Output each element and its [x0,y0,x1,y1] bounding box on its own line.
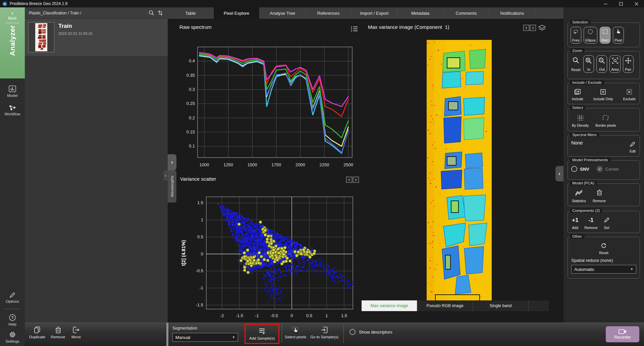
add-component-label: Add [572,226,578,230]
tab-notifications[interactable]: Notifications [489,7,535,19]
panel-splitter[interactable] [166,323,168,346]
include-button[interactable]: Include [571,87,584,102]
hyperspectral-image[interactable] [427,40,492,308]
sidebar-item-options[interactable]: Options [6,292,19,303]
recorder-button[interactable]: Recorder [606,326,639,342]
svg-text:-1.5: -1.5 [196,302,203,307]
sample-thumbnail [28,22,54,52]
exclude-icon [626,89,632,95]
sample-list-panel: Plastic_Classification / Train / Train 2… [25,7,168,323]
raw-spectrum-chart[interactable]: 10001250150017502000225025000.10.150.20.… [168,40,358,172]
pixel-select-button[interactable]: Pixel [613,27,624,44]
statistics-button[interactable]: Statistics [571,188,587,204]
rect-select-button[interactable]: Rect [600,27,610,44]
snv-radio[interactable] [571,166,577,172]
analyzer-section: ‹ Back Analyzer [0,7,25,78]
zoom-reset-button[interactable]: Reset [571,55,581,73]
sidebar-item-workflow[interactable]: Workflow [4,104,20,116]
remove-component-button[interactable]: -1 Remove [584,215,598,231]
select-pixels-button[interactable]: Select pixels [284,326,307,339]
reset-button[interactable]: Reset [571,241,637,256]
spatial-reduce-dropdown[interactable]: Automatic ▼ [571,265,636,274]
pan-button[interactable]: Pan [623,55,634,73]
select-pixels-label: Select pixels [285,335,307,339]
remove-model-label: Remove [593,199,606,203]
duplicate-button[interactable]: Duplicate [28,326,47,339]
breadcrumb: Plastic_Classification / Train / [29,11,81,15]
tab-single-band[interactable]: Single band [473,300,529,311]
zoom-area-button[interactable]: Area [609,55,620,73]
scatter-next-button[interactable]: › [353,177,359,183]
sidebar-item-settings[interactable]: Settings [5,331,19,343]
statistics-icon [575,189,583,196]
search-icon[interactable] [149,10,154,16]
thumbnail-image [35,23,47,51]
back-button[interactable]: ‹ Back [8,7,17,20]
tab-comments[interactable]: Comments [443,7,489,19]
svg-text:0.3: 0.3 [189,87,195,92]
goto-samples-button[interactable]: Go to Sample(s) [308,326,340,339]
svg-text:1250: 1250 [223,162,233,167]
sidebar-item-help[interactable]: ? Help [8,314,16,326]
add-samples-button[interactable]: Add Sample(s) [249,328,275,340]
ellipse-select-button[interactable]: Ellipse [584,27,597,44]
zoom-in-button[interactable]: In [583,55,594,73]
set-components-button[interactable]: Set [603,215,610,231]
pan-icon [625,57,632,64]
sort-icon[interactable] [158,10,163,16]
remove-button[interactable]: Remove [49,326,67,339]
pretreatments-group: Model Pretreatments SNV ✓ Center [568,160,640,180]
list-header: Plastic_Classification / Train / [25,7,168,19]
svg-text:0: 0 [201,251,203,256]
sidebar-item-model[interactable]: Model [7,85,17,98]
border-pixels-button[interactable]: Border pixels [595,112,616,128]
tab-table[interactable]: Table [168,7,214,19]
tools-panel: Selection Free Ellipse Rect [564,7,644,323]
sidebar-divider [6,23,19,23]
tab-analyse-tree[interactable]: Analyse Tree [260,7,306,19]
trash-icon [597,189,602,196]
variance-scatter-chart[interactable]: -2-1.5-1-0.500.511.5-1.5-1-0.500.511.5t[… [168,184,358,330]
zoom-out-button[interactable]: Out [596,55,607,73]
center-checkbox[interactable]: ✓ [597,166,603,172]
legend-list-icon[interactable] [351,25,358,32]
expand-wavelengths-handle[interactable]: › [168,154,176,170]
remove-label: Remove [51,335,65,339]
tab-references[interactable]: References [306,7,352,19]
include-only-label: Include Only [593,97,613,101]
move-button[interactable]: Move [68,326,84,339]
minimize-button[interactable] [598,0,613,7]
show-descriptors-radio[interactable] [350,329,356,335]
image-view-tabs: Max variance image Pseudo RGB image Sing… [362,300,549,311]
svg-text:0.2: 0.2 [189,115,195,120]
svg-text:2250: 2250 [320,162,329,167]
goto-samples-icon [321,326,328,334]
spatial-reduce-value: Automatic [574,267,594,272]
tab-metadata[interactable]: Metadata [397,7,443,19]
image-next-button[interactable]: › [530,25,536,31]
layers-icon[interactable] [538,24,546,32]
exclude-button[interactable]: Exclude [623,87,636,102]
remove-model-button[interactable]: Remove [592,188,606,204]
maximize-button[interactable] [613,0,629,7]
add-component-button[interactable]: +1 Add [571,215,579,231]
collapse-right-panel-handle[interactable]: › [555,166,564,181]
tab-pseudo-rgb-image[interactable]: Pseudo RGB image [417,300,473,311]
include-only-icon [600,89,606,95]
include-only-button[interactable]: Include Only [593,87,613,102]
components-group-label: Components (2) [570,208,602,213]
close-button[interactable] [629,0,644,7]
edit-filters-button[interactable]: Edit [629,139,636,154]
free-select-button[interactable]: Free [571,27,581,44]
collapse-left-panel-handle[interactable]: ‹ [163,170,168,180]
tab-import-export[interactable]: Import / Export [352,7,397,19]
model-group: Model (PCA) Statistics Remove [568,183,640,206]
tab-pixel-explore[interactable]: Pixel Explore [214,7,260,19]
list-item-train[interactable]: Train 2022-02-01 11:00:16 [25,19,168,56]
segmentation-dropdown[interactable]: Manual ▼ [172,333,238,342]
scatter-prev-button[interactable]: ‹ [346,177,352,183]
tab-max-variance-image[interactable]: Max variance image [362,300,417,311]
by-density-button[interactable]: By Density [571,112,589,128]
image-prev-button[interactable]: ‹ [523,25,529,31]
spectral-filters-group: Spectral filters None Edit [568,135,640,157]
